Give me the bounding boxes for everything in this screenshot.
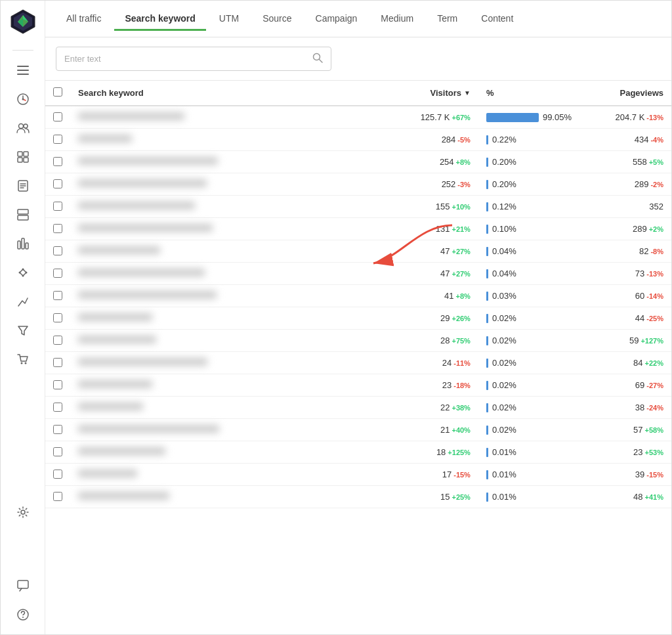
row-checkbox-6[interactable] (53, 246, 62, 255)
sidebar-menu-icon[interactable] (11, 58, 35, 82)
row-checkbox-11[interactable] (53, 358, 62, 367)
visitors-cell: 125.7 K+67% (387, 106, 478, 129)
tab-utm[interactable]: UTM (209, 8, 249, 31)
tab-content[interactable]: Content (471, 8, 524, 31)
pct-cell: 0.12% (478, 196, 579, 218)
pageviews-count: 44 (635, 313, 644, 323)
sidebar-users-icon[interactable] (11, 116, 35, 140)
bar-container: 0.02% (486, 313, 572, 323)
sidebar-traffic-icon[interactable] (11, 145, 35, 169)
visitor-count: 131 (436, 224, 450, 234)
row-checkbox-9[interactable] (53, 313, 62, 322)
row-checkbox-7[interactable] (53, 269, 62, 278)
pct-bar-mini (486, 180, 488, 189)
sidebar-settings-icon[interactable] (11, 500, 35, 524)
pageviews-change: -8% (650, 248, 663, 255)
visitors-column-header[interactable]: Visitors ▼ (387, 81, 478, 106)
pct-value: 0.02% (492, 403, 516, 412)
svg-rect-3 (17, 70, 29, 71)
table-row: 155+10%0.12%352 (45, 196, 671, 218)
sidebar-pages-icon[interactable] (11, 174, 35, 198)
table-row: 131+21%0.10%289+2% (45, 218, 671, 240)
sidebar-filter-icon[interactable] (11, 318, 35, 342)
visitor-count: 284 (442, 135, 456, 144)
visitors-cell: 284-5% (387, 129, 478, 151)
visitors-cell: 17-15% (387, 464, 478, 486)
pageviews-count: 57 (633, 425, 642, 435)
pageviews-change: +53% (645, 449, 663, 456)
tab-term[interactable]: Term (427, 8, 468, 31)
row-checkbox-8[interactable] (53, 291, 62, 300)
pct-cell: 0.22% (478, 129, 579, 151)
sidebar-logo[interactable] (10, 9, 36, 37)
sidebar-funnel-icon[interactable] (11, 261, 35, 284)
pageviews-count: 84 (633, 358, 642, 368)
sidebar-help-icon[interactable] (11, 603, 35, 626)
svg-point-25 (22, 275, 24, 277)
visitors-cell: 155+10% (387, 196, 478, 218)
visitor-change: +38% (452, 404, 470, 412)
pageviews-change: -14% (646, 292, 663, 300)
visitors-cell: 24-11% (387, 352, 478, 374)
row-checkbox-12[interactable] (53, 380, 62, 389)
tab-medium[interactable]: Medium (370, 8, 424, 31)
sidebar-divider (12, 50, 33, 51)
keyword-cell (70, 330, 387, 352)
visitor-change: -5% (457, 136, 471, 144)
table-row: 47+27%0.04%82-8% (45, 240, 671, 263)
pageviews-count: 289 (635, 179, 649, 189)
pct-value: 0.01% (492, 492, 516, 502)
pageviews-count: 59 (629, 336, 639, 345)
row-checkbox-0[interactable] (53, 112, 62, 121)
row-checkbox-13[interactable] (53, 403, 62, 412)
pageviews-change: -25% (646, 315, 663, 322)
sidebar-dashboard-icon[interactable] (11, 87, 35, 111)
table-row: 125.7 K+67%99.05%204.7 K-13% (45, 106, 671, 129)
table-row: 22+38%0.02%38-24% (45, 397, 671, 419)
sidebar-bottom (11, 500, 35, 626)
keyword-cell (70, 151, 387, 173)
tab-all-traffic[interactable]: All traffic (56, 8, 112, 31)
sidebar-ecommerce-icon[interactable] (11, 347, 35, 371)
row-checkbox-2[interactable] (53, 157, 62, 166)
bar-container: 0.02% (486, 425, 572, 435)
sidebar-segment-icon[interactable] (11, 290, 35, 313)
visitors-cell: 254+8% (387, 151, 478, 173)
search-input[interactable] (64, 54, 312, 64)
pageviews-cell: 59+127% (579, 330, 671, 352)
pct-cell: 0.02% (478, 352, 579, 374)
row-checkbox-3[interactable] (53, 179, 62, 188)
select-all-header[interactable] (45, 81, 70, 106)
sidebar-goals-icon[interactable] (11, 232, 35, 255)
visitors-sort-button[interactable]: Visitors ▼ (430, 88, 471, 98)
row-checkbox-1[interactable] (53, 135, 62, 144)
sidebar-grid-icon[interactable] (11, 203, 35, 227)
visitor-change: -11% (453, 359, 471, 367)
bar-container: 0.02% (486, 336, 572, 345)
table-row: 15+25%0.01%48+41% (45, 486, 671, 508)
row-checkbox-10[interactable] (53, 336, 62, 345)
tab-search-keyword[interactable]: Search keyword (114, 8, 205, 31)
pageviews-change: -24% (646, 404, 663, 412)
row-checkbox-17[interactable] (53, 492, 62, 501)
row-checkbox-16[interactable] (53, 470, 62, 479)
row-checkbox-14[interactable] (53, 425, 62, 434)
row-checkbox-5[interactable] (53, 224, 62, 233)
pageviews-cell: 204.7 K-13% (579, 106, 671, 129)
svg-line-33 (320, 60, 323, 63)
pct-bar-mini (486, 314, 488, 323)
pct-cell: 0.10% (478, 218, 579, 240)
svg-rect-10 (24, 152, 28, 156)
row-checkbox-15[interactable] (53, 447, 62, 456)
visitor-change: +21% (452, 225, 470, 233)
table-row: 23-18%0.02%69-27% (45, 374, 671, 397)
visitors-cell: 47+27% (387, 240, 478, 263)
tab-campaign[interactable]: Campaign (305, 8, 368, 31)
select-all-checkbox[interactable] (53, 87, 62, 97)
sidebar-chat-icon[interactable] (11, 574, 35, 598)
keyword-cell (70, 285, 387, 307)
pageviews-count: 289 (633, 224, 647, 234)
tab-source[interactable]: Source (252, 8, 302, 31)
search-wrapper[interactable] (56, 47, 331, 71)
row-checkbox-4[interactable] (53, 202, 62, 211)
